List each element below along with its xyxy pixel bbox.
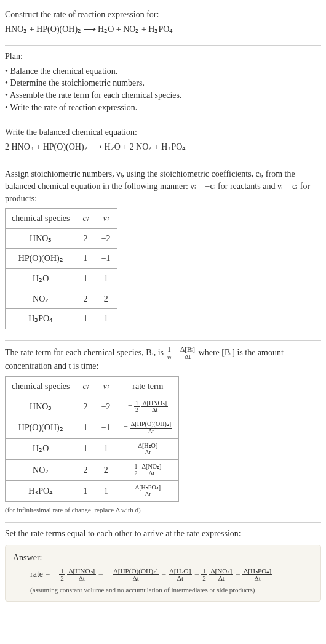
cell-rate-term: − 12 Δ[HNO₃]Δt xyxy=(117,396,179,417)
fraction: 12 xyxy=(59,568,65,582)
cell: 1 xyxy=(76,309,95,329)
fraction: Δ[NO₂]Δt xyxy=(209,568,233,582)
cell-rate-term: Δ[H₃PO₄]Δt xyxy=(117,480,179,501)
cell: −1 xyxy=(95,249,117,269)
table-header-row: chemical species cᵢ νᵢ xyxy=(6,209,117,229)
cell: H₃PO₄ xyxy=(6,480,76,501)
rateterm-text-a: The rate term for each chemical species,… xyxy=(5,348,166,357)
answer-prefix: rate = xyxy=(30,570,52,579)
cell: 1 xyxy=(76,438,95,459)
assign-table: chemical species cᵢ νᵢ HNO₃2−2 HP(O)(OH)… xyxy=(5,208,117,329)
cell: NO₂ xyxy=(6,459,76,480)
table-row: HP(O)(OH)₂1−1− Δ[HP(O)(OH)₂]Δt xyxy=(6,417,179,438)
cell: 1 xyxy=(95,438,117,459)
rateterm-note: (for infinitesimal rate of change, repla… xyxy=(5,505,321,515)
table-row: HP(O)(OH)₂1−1 xyxy=(6,249,117,269)
cell: 2 xyxy=(95,289,117,309)
fraction: Δ[HP(O)(OH)₂]Δt xyxy=(130,421,172,434)
cell: 1 xyxy=(95,268,117,289)
fraction: Δ[NO₂]Δt xyxy=(141,464,163,477)
col-vi: νᵢ xyxy=(95,376,117,396)
fraction: Δ[HP(O)(OH)₂]Δt xyxy=(113,568,159,582)
setequal-text: Set the rate terms equal to each other t… xyxy=(5,528,321,540)
cell: H₂O xyxy=(6,268,76,289)
rateterm-text: The rate term for each chemical species,… xyxy=(5,346,321,372)
fraction: Δ[HNO₃]Δt xyxy=(67,568,96,582)
plan-item: Assemble the rate term for each chemical… xyxy=(5,89,321,102)
table-row: NO₂2212 Δ[NO₂]Δt xyxy=(6,459,179,480)
fraction: Δ[H₃PO₄]Δt xyxy=(134,485,162,497)
fraction: 12 xyxy=(133,464,138,477)
table-row: H₃PO₄11Δ[H₃PO₄]Δt xyxy=(6,480,179,501)
cell: H₂O xyxy=(6,438,76,459)
cell: 2 xyxy=(76,289,95,309)
rateterm-table: chemical species cᵢ νᵢ rate term HNO₃2−2… xyxy=(5,376,179,502)
plan-heading: Plan: xyxy=(5,50,321,63)
cell-rate-term: − Δ[HP(O)(OH)₂]Δt xyxy=(117,417,179,438)
answer-heading: Answer: xyxy=(13,552,313,564)
col-rate: rate term xyxy=(117,376,179,396)
plan-item: Determine the stoichiometric numbers. xyxy=(5,77,321,89)
rateterm-section: The rate term for each chemical species,… xyxy=(5,341,321,523)
plan-item: Balance the chemical equation. xyxy=(5,65,321,78)
cell-rate-term: Δ[H₂O]Δt xyxy=(117,438,179,459)
cell-rate-term: 12 Δ[NO₂]Δt xyxy=(117,459,179,480)
balanced-equation: 2 HNO₃ + HP(O)(OH)₂ ⟶ H₂O + 2 NO₂ + H₃PO… xyxy=(5,141,321,153)
cell: 1 xyxy=(76,417,95,438)
cell: HP(O)(OH)₂ xyxy=(6,417,76,438)
cell: 2 xyxy=(95,459,117,480)
intro-equation: HNO₃ + HP(O)(OH)₂ ⟶ H₂O + NO₂ + H₃PO₄ xyxy=(5,23,321,36)
fraction: Δ[H₂O]Δt xyxy=(137,443,159,456)
cell: 2 xyxy=(76,396,95,417)
table-row: NO₂22 xyxy=(6,289,117,309)
cell: HNO₃ xyxy=(6,228,76,249)
intro-title: Construct the rate of reaction expressio… xyxy=(5,9,321,21)
answer-note: (assuming constant volume and no accumul… xyxy=(13,586,313,595)
plan-section: Plan: Balance the chemical equation. Det… xyxy=(5,46,321,121)
assign-text: Assign stoichiometric numbers, νᵢ, using… xyxy=(5,168,321,204)
table-row: HNO₃2−2 xyxy=(6,228,117,249)
plan-list: Balance the chemical equation. Determine… xyxy=(5,65,321,113)
cell: 1 xyxy=(95,309,117,329)
cell: −2 xyxy=(95,396,117,417)
balanced-section: Write the balanced chemical equation: 2 … xyxy=(5,121,321,163)
answer-expression: rate = − 12 Δ[HNO₃]Δt = − Δ[HP(O)(OH)₂]Δ… xyxy=(13,568,313,582)
fraction: 12 xyxy=(201,568,207,582)
assign-section: Assign stoichiometric numbers, νᵢ, using… xyxy=(5,163,321,340)
cell: 1 xyxy=(76,249,95,269)
fraction: 12 xyxy=(134,400,140,413)
cell: 2 xyxy=(76,459,95,480)
cell: 1 xyxy=(76,268,95,289)
col-ci: cᵢ xyxy=(76,209,95,229)
setequal-section: Set the rate terms equal to each other t… xyxy=(5,523,321,609)
cell: −2 xyxy=(95,228,117,249)
intro-section: Construct the rate of reaction expressio… xyxy=(5,4,321,46)
table-row: H₂O11 xyxy=(6,268,117,289)
cell: HP(O)(OH)₂ xyxy=(6,249,76,269)
table-row: H₃PO₄11 xyxy=(6,309,117,329)
answer-box: Answer: rate = − 12 Δ[HNO₃]Δt = − Δ[HP(O… xyxy=(5,545,321,602)
col-ci: cᵢ xyxy=(76,376,95,396)
cell: 1 xyxy=(95,480,117,501)
col-species: chemical species xyxy=(6,376,76,396)
cell: HNO₃ xyxy=(6,396,76,417)
balanced-heading: Write the balanced chemical equation: xyxy=(5,126,321,139)
cell: 1 xyxy=(76,480,95,501)
table-row: H₂O11Δ[H₂O]Δt xyxy=(6,438,179,459)
cell: H₃PO₄ xyxy=(6,309,76,329)
table-row: HNO₃2−2− 12 Δ[HNO₃]Δt xyxy=(6,396,179,417)
plan-item: Write the rate of reaction expression. xyxy=(5,102,321,114)
cell: 2 xyxy=(76,228,95,249)
fraction: Δ[H₂O]Δt xyxy=(169,568,193,582)
cell: NO₂ xyxy=(6,289,76,309)
one-over-nu: 1 νᵢ xyxy=(166,346,173,360)
col-vi: νᵢ xyxy=(95,209,117,229)
col-species: chemical species xyxy=(6,209,76,229)
fraction: Δ[H₃PO₄]Δt xyxy=(242,568,272,582)
table-header-row: chemical species cᵢ νᵢ rate term xyxy=(6,376,179,396)
cell: −1 xyxy=(95,417,117,438)
dBi-over-dt: Δ[Bᵢ] Δt xyxy=(179,346,196,360)
fraction: Δ[HNO₃]Δt xyxy=(141,400,168,413)
